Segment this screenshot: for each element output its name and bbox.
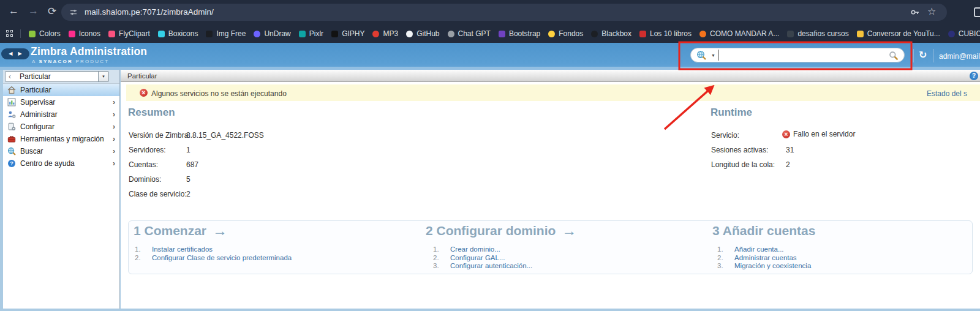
bookmark-label: COMO MANDAR A... [710,29,779,38]
bookmark-label: Bootstrap [509,29,540,38]
bookmark-label: Chat GPT [458,29,491,38]
search-scope-globe-icon[interactable] [696,50,707,61]
bookmark-favicon [548,31,555,37]
bookmark-item[interactable]: Blackbox [591,29,631,38]
help-icon: ? [7,159,16,168]
search-submit-icon[interactable] [889,51,899,61]
nav-forward-icon[interactable]: ▶ [18,51,22,56]
bookmark-item[interactable]: Conversor de YouTu... [857,29,940,38]
bookmark-item[interactable]: FlyClipart [108,29,150,38]
sidebar-item-buscar[interactable]: Buscar › [3,145,119,157]
zimbra-header: ◀ ▶ Zimbra Administration A SYNACOR PROD… [0,43,980,70]
bookmark-favicon [699,31,706,37]
divider [20,29,21,38]
search-scope-dropdown-icon[interactable]: ▼ [711,53,715,58]
step-link[interactable]: Administrar cuentas [734,254,797,263]
step-item-number: 3. [717,262,734,271]
account-menu[interactable]: admin@mail [939,52,980,61]
bookmark-item[interactable]: Chat GPT [448,29,491,38]
step-item-number: 1. [135,245,152,254]
bookmark-favicon [29,31,36,37]
expand-chevron-icon: › [113,98,115,107]
nav-back-icon[interactable]: ◀ [9,51,12,56]
sidebar-item-configurar[interactable]: Configurar › [3,121,119,133]
app-subtitle: A SYNACOR PRODUCT [32,59,109,64]
content-tab-title: Particular [127,72,157,80]
step-link[interactable]: Instalar certificados [152,245,213,254]
bookmark-item[interactable]: Los 10 libros [639,29,692,38]
bookmark-item[interactable]: COMO MANDAR A... [699,29,779,38]
home-icon [7,86,16,94]
bookmark-label: CUBICOL [959,29,980,38]
expand-chevron-icon: › [113,135,115,143]
sidebar-item-herramientas[interactable]: Herramientas y migración › [3,133,119,145]
site-info-icon[interactable] [69,8,78,17]
sidebar-item-administrar[interactable]: Administrar › [3,108,119,121]
bookmark-item[interactable]: Colors [29,29,61,38]
error-icon: × [140,89,148,97]
summary-row-label: Servidores: [129,146,166,154]
step-link[interactable]: Crear dominio... [450,245,500,254]
section-selector[interactable]: ‹ Particular ▼ [5,71,109,82]
bookmark-item[interactable]: Img Free [206,29,246,38]
help-button[interactable]: ? [970,72,978,80]
svg-text:?: ? [10,160,13,167]
bookmark-item[interactable]: Bootstrap [499,29,540,38]
bookmark-label: Conversor de YouTu... [867,29,940,38]
bookmark-label: Blackbox [601,29,631,38]
bookmark-item[interactable]: Fondos [548,29,583,38]
bookmark-item[interactable]: GitHub [406,29,439,38]
forward-icon[interactable]: → [28,5,39,17]
back-icon[interactable]: ← [9,5,19,17]
error-icon: × [782,130,790,138]
step-link[interactable]: Configurar Clase de servicio predetermin… [152,254,292,263]
search-input[interactable] [718,50,883,61]
sidebar-item-supervisar[interactable]: Supervisar › [3,96,119,108]
bookmark-favicon [331,31,338,37]
summary-row-label: Versión de Zimbra: [129,131,190,140]
divider [933,49,934,62]
address-bar[interactable]: mail.shalom.pe:7071/zimbraAdmin/ ☆ [61,4,947,21]
step-link[interactable]: Configurar GAL... [450,254,505,263]
bookmark-item[interactable]: Pixlr [299,29,323,38]
step-item-number: 1. [717,245,734,254]
bookmark-item[interactable]: GIPHY [331,29,364,38]
step-title: 2 Configurar dominio [426,223,556,238]
app-title: Zimbra Administration [31,45,147,58]
content-tab-bar: Particular ? [121,70,980,82]
step-item-number: 3. [433,262,450,271]
config-page-icon [7,122,16,131]
step-link[interactable]: Añadir cuenta... [734,245,784,254]
bookmark-item[interactable]: Boxicons [158,29,198,38]
step-item-number: 2. [135,254,152,263]
bookmark-item[interactable]: desafios cursos [787,29,848,38]
reload-icon[interactable]: ⟳ [48,5,56,18]
getting-started-panel: 1 Comenzar → 1.Instalar certificados 2.C… [128,220,973,274]
apps-grid-icon[interactable] [6,30,13,37]
subtitle-prefix: A [32,59,36,64]
sidebar-selector-area: ‹ Particular ▼ [3,70,119,84]
bookmark-item[interactable]: Iconos [69,29,100,38]
sidebar-item-particular[interactable]: Particular [3,84,119,96]
password-key-icon[interactable] [910,7,920,17]
bookmark-star-icon[interactable]: ☆ [927,6,936,17]
step-link[interactable]: Configurar autenticación... [450,262,532,271]
bookmark-item[interactable]: UnDraw [254,29,290,38]
step-link[interactable]: Migración y coexistencia [734,262,811,271]
summary-row-value: 5 [186,175,190,184]
bookmark-label: Img Free [216,29,246,38]
extensions-icon[interactable] [974,7,980,17]
bookmark-label: Iconos [79,29,100,38]
users-gear-icon [7,110,16,119]
service-status-text: Fallo en el servidor [793,130,855,138]
bookmark-item[interactable]: CUBICOL [948,29,980,38]
bookmark-favicon [448,31,454,37]
alert-message: Algunos servicios no se están ejecutando [151,89,287,98]
dropdown-arrow-icon[interactable]: ▼ [98,72,108,81]
bookmark-item[interactable]: MP3 [372,29,398,38]
server-status-link[interactable]: Estado del s [927,89,967,98]
sidebar-item-ayuda[interactable]: ? Centro de ayuda › [3,157,119,170]
global-search-box[interactable]: ▼ [690,48,905,62]
refresh-icon[interactable]: ↻ [919,49,927,61]
sidebar-item-label: Buscar [20,147,43,156]
